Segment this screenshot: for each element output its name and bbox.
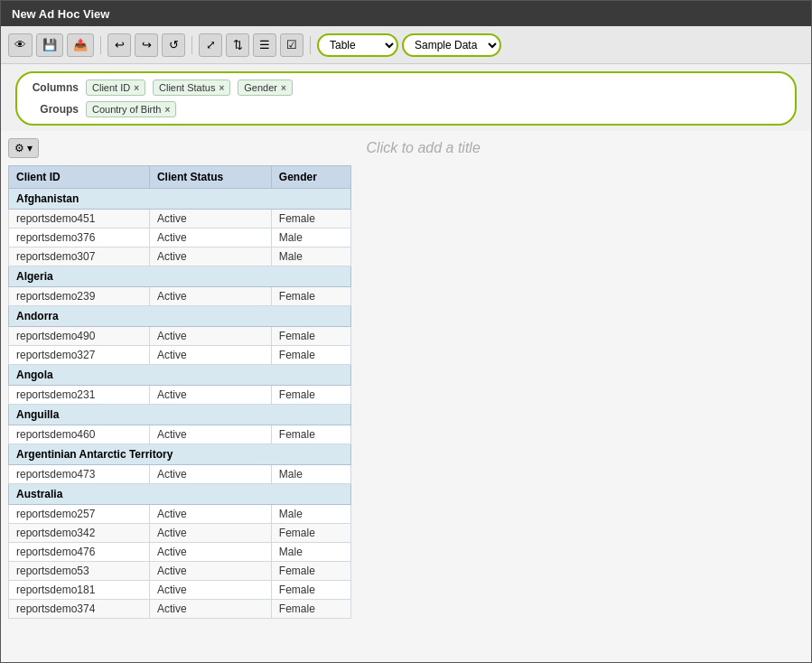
cell-clientId: reportsdemo376 [9,229,150,247]
cell-gender: Female [271,562,350,581]
remove-client-id-button[interactable]: × [134,83,139,93]
undo-button[interactable]: ↩ [107,33,131,57]
cell-clientId: reportsdemo231 [9,386,150,405]
cell-status: Active [149,425,271,444]
sort-icon: ⇅ [233,38,243,51]
cell-status: Active [149,327,271,346]
save-icon: 💾 [42,38,57,51]
cell-clientId: reportsdemo342 [9,524,150,543]
table-title[interactable]: Click to add a title [42,140,804,156]
cell-gender: Female [271,524,350,543]
cell-gender: Female [271,386,350,405]
cell-status: Active [149,581,271,600]
eye-button[interactable]: 👁 [8,33,33,57]
group-tag-label: Country of Birth [92,104,161,115]
cell-gender: Female [271,287,350,306]
cell-gender: Male [271,505,350,524]
cell-gender: Male [271,465,350,484]
cell-gender: Female [271,425,350,444]
separator-3 [310,36,311,54]
table-row: reportsdemo490ActiveFemale [9,327,351,346]
cell-gender: Female [271,346,350,365]
cell-gender: Male [271,247,350,266]
group-label: Angola [9,365,351,386]
table-toolbar: ⚙ ▾ Click to add a title [8,138,804,158]
columns-tags: Client ID × Client Status × Gender × [86,79,296,96]
table-body: Afghanistanreportsdemo451ActiveFemalerep… [9,189,351,619]
rows-button[interactable]: ☰ [253,33,276,57]
group-label: Australia [9,484,351,505]
gear-icon: ⚙ [14,142,24,154]
move-button[interactable]: ⤢ [199,33,222,57]
cell-clientId: reportsdemo460 [9,425,150,444]
check-button[interactable]: ☑ [280,33,303,57]
cell-clientId: reportsdemo374 [9,600,150,619]
toolbar: 👁 💾 📤 ↩ ↪ ↺ ⤢ ⇅ ☰ ☑ Ta [1,26,811,64]
cell-status: Active [149,229,271,247]
cell-gender: Female [271,327,350,346]
cell-status: Active [149,287,271,306]
table-row: Afghanistan [9,189,351,210]
table-row: reportsdemo473ActiveMale [9,465,351,484]
cell-status: Active [149,346,271,365]
column-tag-label: Client ID [92,82,130,93]
eye-icon: 👁 [14,38,26,51]
cell-status: Active [149,247,271,266]
table-row: reportsdemo451ActiveFemale [9,210,351,229]
remove-client-status-button[interactable]: × [219,83,224,93]
cell-status: Active [149,465,271,484]
cell-gender: Male [271,229,350,247]
table-row: Argentinian Antarctic Territory [9,444,351,465]
table-row: reportsdemo307ActiveMale [9,247,351,266]
table-row: reportsdemo257ActiveMale [9,505,351,524]
main-content: ⚙ ▾ Click to add a title Client ID Clien… [1,131,811,662]
app-title: New Ad Hoc View [12,7,109,21]
groups-label: Groups [24,103,79,116]
sort-button[interactable]: ⇅ [226,33,249,57]
cell-clientId: reportsdemo181 [9,581,150,600]
reset-icon: ↺ [169,38,179,51]
header-client-status: Client Status [149,166,271,189]
group-label: Algeria [9,266,351,287]
app-window: New Ad Hoc View 👁 💾 📤 ↩ ↪ ↺ ⤢ ⇅ ☰ [0,0,812,663]
data-table: Client ID Client Status Gender Afghanist… [8,165,351,619]
remove-gender-button[interactable]: × [281,83,286,93]
header-client-id: Client ID [9,166,150,189]
table-header: Client ID Client Status Gender [9,166,351,189]
save-button[interactable]: 💾 [36,33,63,57]
separator-1 [100,36,101,54]
cell-clientId: reportsdemo239 [9,287,150,306]
cell-clientId: reportsdemo476 [9,543,150,562]
cell-status: Active [149,543,271,562]
cell-clientId: reportsdemo451 [9,210,150,229]
export-button[interactable]: 📤 [67,33,94,57]
columns-label: Columns [24,81,79,94]
table-row: reportsdemo342ActiveFemale [9,524,351,543]
reset-button[interactable]: ↺ [162,33,185,57]
table-row: reportsdemo181ActiveFemale [9,581,351,600]
table-row: reportsdemo231ActiveFemale [9,386,351,405]
column-tag-client-status: Client Status × [153,79,230,96]
cell-gender: Female [271,600,350,619]
rows-icon: ☰ [259,38,270,51]
group-label: Andorra [9,306,351,327]
undo-icon: ↩ [115,38,125,51]
table-row: reportsdemo374ActiveFemale [9,600,351,619]
cell-clientId: reportsdemo257 [9,505,150,524]
cell-status: Active [149,562,271,581]
gear-button[interactable]: ⚙ ▾ [8,138,39,158]
view-type-select[interactable]: Table Chart Crosstab [317,33,398,57]
group-label: Afghanistan [9,189,351,210]
remove-country-button[interactable]: × [164,105,170,115]
table-row: Anguilla [9,405,351,425]
group-label: Anguilla [9,405,351,425]
table-row: reportsdemo476ActiveMale [9,543,351,562]
column-tag-client-id: Client ID × [86,79,145,96]
cell-clientId: reportsdemo307 [9,247,150,266]
sample-data-select[interactable]: Sample Data Full Data [402,33,501,57]
redo-button[interactable]: ↪ [135,33,158,57]
redo-icon: ↪ [142,38,152,51]
column-tag-gender: Gender × [238,79,293,96]
group-label: Argentinian Antarctic Territory [9,444,351,465]
cell-status: Active [149,505,271,524]
